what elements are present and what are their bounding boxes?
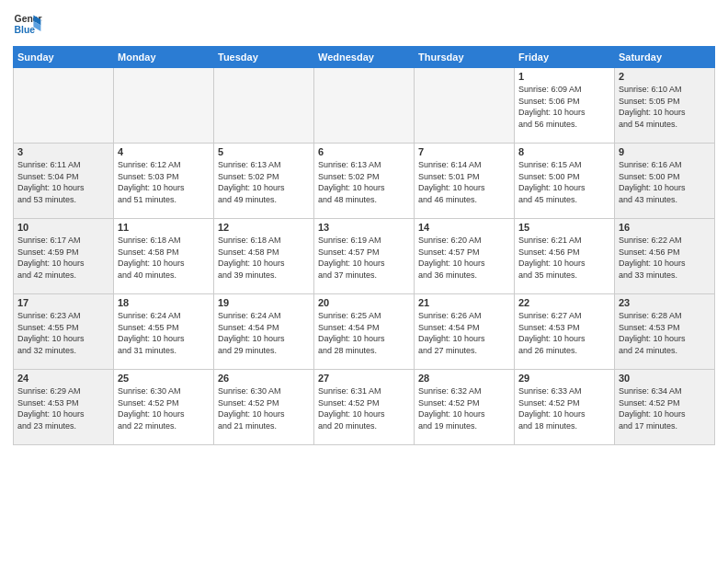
day-number: 26 (218, 373, 310, 384)
day-info: Sunrise: 6:18 AM Sunset: 4:58 PM Dayligh… (218, 235, 310, 281)
calendar-cell: 29Sunrise: 6:33 AM Sunset: 4:52 PM Dayli… (515, 370, 615, 445)
day-info: Sunrise: 6:32 AM Sunset: 4:52 PM Dayligh… (418, 385, 510, 431)
day-info: Sunrise: 6:13 AM Sunset: 5:02 PM Dayligh… (218, 159, 310, 205)
calendar-cell: 5Sunrise: 6:13 AM Sunset: 5:02 PM Daylig… (214, 144, 314, 219)
day-info: Sunrise: 6:29 AM Sunset: 4:53 PM Dayligh… (17, 385, 109, 431)
day-number: 16 (619, 222, 711, 233)
svg-text:Blue: Blue (15, 25, 36, 35)
weekday-header-tuesday: Tuesday (214, 47, 314, 68)
day-info: Sunrise: 6:18 AM Sunset: 4:58 PM Dayligh… (118, 235, 210, 281)
logo: General Blue (13, 9, 42, 39)
calendar-cell: 12Sunrise: 6:18 AM Sunset: 4:58 PM Dayli… (214, 219, 314, 294)
day-number: 10 (17, 222, 109, 233)
day-number: 24 (17, 373, 109, 384)
day-number: 23 (619, 297, 711, 308)
weekday-header-friday: Friday (515, 47, 615, 68)
day-info: Sunrise: 6:11 AM Sunset: 5:04 PM Dayligh… (17, 159, 109, 205)
day-info: Sunrise: 6:10 AM Sunset: 5:05 PM Dayligh… (619, 84, 711, 130)
weekday-header-saturday: Saturday (615, 47, 715, 68)
calendar-cell: 26Sunrise: 6:30 AM Sunset: 4:52 PM Dayli… (214, 370, 314, 445)
calendar-cell: 14Sunrise: 6:20 AM Sunset: 4:57 PM Dayli… (415, 219, 515, 294)
calendar-cell: 16Sunrise: 6:22 AM Sunset: 4:56 PM Dayli… (615, 219, 715, 294)
calendar-cell: 25Sunrise: 6:30 AM Sunset: 4:52 PM Dayli… (114, 370, 214, 445)
day-info: Sunrise: 6:34 AM Sunset: 4:52 PM Dayligh… (619, 385, 711, 431)
day-info: Sunrise: 6:24 AM Sunset: 4:54 PM Dayligh… (218, 310, 310, 356)
calendar-cell: 23Sunrise: 6:28 AM Sunset: 4:53 PM Dayli… (615, 294, 715, 370)
logo-icon: General Blue (13, 9, 42, 39)
calendar-cell: 9Sunrise: 6:16 AM Sunset: 5:00 PM Daylig… (615, 144, 715, 219)
calendar-cell: 8Sunrise: 6:15 AM Sunset: 5:00 PM Daylig… (515, 144, 615, 219)
day-info: Sunrise: 6:09 AM Sunset: 5:06 PM Dayligh… (518, 84, 610, 130)
day-number: 1 (518, 71, 610, 82)
calendar-cell: 13Sunrise: 6:19 AM Sunset: 4:57 PM Dayli… (314, 219, 415, 294)
day-number: 19 (218, 297, 310, 308)
calendar-cell: 24Sunrise: 6:29 AM Sunset: 4:53 PM Dayli… (14, 370, 114, 445)
day-info: Sunrise: 6:33 AM Sunset: 4:52 PM Dayligh… (518, 385, 610, 431)
day-number: 5 (218, 146, 310, 157)
day-info: Sunrise: 6:30 AM Sunset: 4:52 PM Dayligh… (218, 385, 310, 431)
day-number: 22 (518, 297, 610, 308)
calendar-cell: 15Sunrise: 6:21 AM Sunset: 4:56 PM Dayli… (515, 219, 615, 294)
day-info: Sunrise: 6:14 AM Sunset: 5:01 PM Dayligh… (418, 159, 510, 205)
day-number: 8 (518, 146, 610, 157)
calendar-cell: 3Sunrise: 6:11 AM Sunset: 5:04 PM Daylig… (14, 144, 114, 219)
day-number: 20 (318, 297, 410, 308)
calendar-cell (114, 68, 214, 144)
day-info: Sunrise: 6:22 AM Sunset: 4:56 PM Dayligh… (619, 235, 711, 281)
day-number: 3 (17, 146, 109, 157)
day-number: 28 (418, 373, 510, 384)
week-row-1: 1Sunrise: 6:09 AM Sunset: 5:06 PM Daylig… (14, 68, 715, 144)
calendar-cell: 4Sunrise: 6:12 AM Sunset: 5:03 PM Daylig… (114, 144, 214, 219)
day-number: 21 (418, 297, 510, 308)
calendar-cell: 21Sunrise: 6:26 AM Sunset: 4:54 PM Dayli… (415, 294, 515, 370)
day-info: Sunrise: 6:20 AM Sunset: 4:57 PM Dayligh… (418, 235, 510, 281)
day-number: 7 (418, 146, 510, 157)
day-info: Sunrise: 6:21 AM Sunset: 4:56 PM Dayligh… (518, 235, 610, 281)
day-number: 29 (518, 373, 610, 384)
week-row-3: 10Sunrise: 6:17 AM Sunset: 4:59 PM Dayli… (14, 219, 715, 294)
day-info: Sunrise: 6:31 AM Sunset: 4:52 PM Dayligh… (318, 385, 410, 431)
calendar-cell: 11Sunrise: 6:18 AM Sunset: 4:58 PM Dayli… (114, 219, 214, 294)
calendar-cell (214, 68, 314, 144)
day-info: Sunrise: 6:23 AM Sunset: 4:55 PM Dayligh… (17, 310, 109, 356)
day-number: 27 (318, 373, 410, 384)
day-info: Sunrise: 6:30 AM Sunset: 4:52 PM Dayligh… (118, 385, 210, 431)
day-info: Sunrise: 6:16 AM Sunset: 5:00 PM Dayligh… (619, 159, 711, 205)
header: General Blue (13, 9, 715, 39)
day-number: 17 (17, 297, 109, 308)
day-info: Sunrise: 6:13 AM Sunset: 5:02 PM Dayligh… (318, 159, 410, 205)
day-info: Sunrise: 6:12 AM Sunset: 5:03 PM Dayligh… (118, 159, 210, 205)
calendar-cell: 27Sunrise: 6:31 AM Sunset: 4:52 PM Dayli… (314, 370, 415, 445)
weekday-header-thursday: Thursday (415, 47, 515, 68)
calendar-cell: 30Sunrise: 6:34 AM Sunset: 4:52 PM Dayli… (615, 370, 715, 445)
weekday-header-monday: Monday (114, 47, 214, 68)
calendar-cell (314, 68, 415, 144)
day-number: 13 (318, 222, 410, 233)
weekday-header-sunday: Sunday (14, 47, 114, 68)
day-number: 6 (318, 146, 410, 157)
week-row-4: 17Sunrise: 6:23 AM Sunset: 4:55 PM Dayli… (14, 294, 715, 370)
day-info: Sunrise: 6:24 AM Sunset: 4:55 PM Dayligh… (118, 310, 210, 356)
day-number: 30 (619, 373, 711, 384)
week-row-2: 3Sunrise: 6:11 AM Sunset: 5:04 PM Daylig… (14, 144, 715, 219)
week-row-5: 24Sunrise: 6:29 AM Sunset: 4:53 PM Dayli… (14, 370, 715, 445)
calendar-cell: 7Sunrise: 6:14 AM Sunset: 5:01 PM Daylig… (415, 144, 515, 219)
day-info: Sunrise: 6:27 AM Sunset: 4:53 PM Dayligh… (518, 310, 610, 356)
calendar-cell (415, 68, 515, 144)
day-number: 4 (118, 146, 210, 157)
calendar-cell: 28Sunrise: 6:32 AM Sunset: 4:52 PM Dayli… (415, 370, 515, 445)
calendar-cell (14, 68, 114, 144)
header-row: SundayMondayTuesdayWednesdayThursdayFrid… (14, 47, 715, 68)
calendar-cell: 19Sunrise: 6:24 AM Sunset: 4:54 PM Dayli… (214, 294, 314, 370)
calendar-cell: 17Sunrise: 6:23 AM Sunset: 4:55 PM Dayli… (14, 294, 114, 370)
day-number: 14 (418, 222, 510, 233)
calendar-cell: 6Sunrise: 6:13 AM Sunset: 5:02 PM Daylig… (314, 144, 415, 219)
day-number: 15 (518, 222, 610, 233)
calendar-cell: 1Sunrise: 6:09 AM Sunset: 5:06 PM Daylig… (515, 68, 615, 144)
day-info: Sunrise: 6:28 AM Sunset: 4:53 PM Dayligh… (619, 310, 711, 356)
page-container: General Blue SundayMondayTuesdayWednesda… (0, 0, 728, 451)
day-info: Sunrise: 6:26 AM Sunset: 4:54 PM Dayligh… (418, 310, 510, 356)
day-info: Sunrise: 6:19 AM Sunset: 4:57 PM Dayligh… (318, 235, 410, 281)
day-number: 11 (118, 222, 210, 233)
day-number: 12 (218, 222, 310, 233)
